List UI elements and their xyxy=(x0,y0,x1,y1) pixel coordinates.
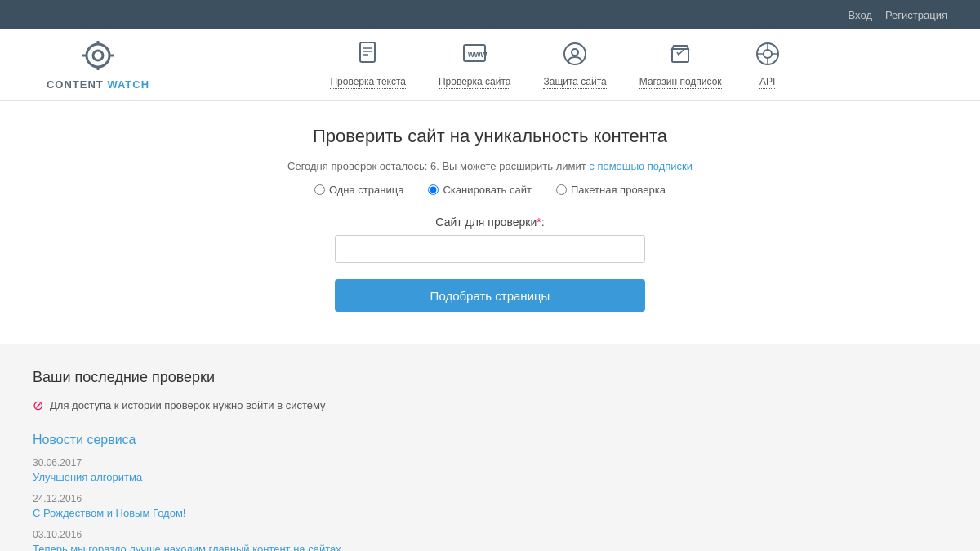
error-icon: ⊘ xyxy=(33,398,43,413)
subtitle-prefix: Сегодня проверок осталось: 6. Вы можете … xyxy=(287,160,589,172)
news-date-1: 30.06.2017 xyxy=(33,457,947,469)
nav-protect-site[interactable]: Защита сайта xyxy=(543,41,606,89)
svg-text:www: www xyxy=(467,50,488,59)
svg-rect-6 xyxy=(360,42,375,62)
news-item-2: 24.12.2016 С Рождеством и Новым Годом! xyxy=(33,493,947,519)
svg-point-13 xyxy=(572,49,578,56)
news-date-3: 03.10.2016 xyxy=(33,529,947,540)
submit-button[interactable]: Подобрать страницы xyxy=(335,279,645,312)
check-site-icon: www xyxy=(461,41,488,73)
nav-check-text-label: Проверка текста xyxy=(330,76,406,89)
main-nav: Проверка текста www Проверка сайта Защит xyxy=(163,41,947,89)
register-link[interactable]: Регистрация xyxy=(885,9,947,21)
required-marker: * xyxy=(537,216,541,229)
subtitle: Сегодня проверок осталось: 6. Вы можете … xyxy=(33,160,947,172)
nav-check-site-label: Проверка сайта xyxy=(439,76,511,89)
nav-api[interactable]: API xyxy=(755,41,781,89)
nav-check-text[interactable]: Проверка текста xyxy=(330,41,406,89)
subscription-link[interactable]: с помощью подписки xyxy=(589,160,693,172)
nav-protect-site-label: Защита сайта xyxy=(543,76,606,89)
site-url-input[interactable] xyxy=(335,235,645,263)
news-link-1[interactable]: Улучшения алгоритма xyxy=(33,471,142,483)
top-bar: Вход Регистрация xyxy=(0,0,980,29)
logo[interactable]: CONTENT WATCH xyxy=(33,39,163,91)
site-form: Сайт для проверки*: xyxy=(33,216,947,263)
logo-content: CONTENT xyxy=(47,78,107,91)
field-label-text: Сайт для проверки xyxy=(435,216,537,229)
radio-scan-site[interactable]: Сканировать сайт xyxy=(428,184,531,196)
svg-point-12 xyxy=(564,43,586,64)
history-notice: ⊘ Для доступа к истории проверок нужно в… xyxy=(33,398,947,413)
logo-icon xyxy=(78,39,118,77)
nav-subscriptions[interactable]: Магазин подписок xyxy=(639,41,722,89)
svg-point-0 xyxy=(87,44,109,67)
radio-one-page-label: Одна страница xyxy=(329,184,403,196)
radio-batch-label: Пакетная проверка xyxy=(571,184,666,196)
protect-site-icon xyxy=(562,41,588,73)
subscriptions-icon xyxy=(667,41,693,73)
nav-subscriptions-label: Магазин подписок xyxy=(639,76,722,89)
login-link[interactable]: Вход xyxy=(849,9,872,21)
logo-text: CONTENT WATCH xyxy=(47,78,149,91)
page-title: Проверить сайт на уникальность контента xyxy=(33,126,947,147)
main-section: Проверить сайт на уникальность контента … xyxy=(0,101,980,344)
field-label: Сайт для проверки*: xyxy=(435,216,544,229)
news-link-2[interactable]: С Рождеством и Новым Годом! xyxy=(33,507,185,519)
lower-section: Ваши последние проверки ⊘ Для доступа к … xyxy=(0,344,980,551)
svg-point-16 xyxy=(764,50,772,58)
radio-batch-input[interactable] xyxy=(556,184,567,195)
nav-api-label: API xyxy=(760,76,775,89)
news-item-1: 30.06.2017 Улучшения алгоритма xyxy=(33,457,947,483)
news-title: Новости сервиса xyxy=(33,433,947,447)
radio-scan-site-input[interactable] xyxy=(428,184,439,195)
header: CONTENT WATCH Проверка текста www xyxy=(0,29,980,101)
history-notice-text: Для доступа к истории проверок нужно вой… xyxy=(50,399,326,411)
recent-checks-title: Ваши последние проверки xyxy=(33,369,947,386)
check-text-icon xyxy=(355,41,381,73)
radio-group: Одна страница Сканировать сайт Пакетная … xyxy=(33,184,947,196)
radio-batch[interactable]: Пакетная проверка xyxy=(556,184,666,196)
news-item-3: 03.10.2016 Теперь мы гораздо лучше наход… xyxy=(33,529,947,551)
svg-rect-14 xyxy=(672,49,688,62)
logo-watch: WATCH xyxy=(107,78,149,91)
radio-scan-site-label: Сканировать сайт xyxy=(443,184,531,196)
radio-one-page[interactable]: Одна страница xyxy=(314,184,403,196)
news-date-2: 24.12.2016 xyxy=(33,493,947,504)
nav-check-site[interactable]: www Проверка сайта xyxy=(439,41,511,89)
svg-point-1 xyxy=(93,51,103,60)
news-link-3[interactable]: Теперь мы гораздо лучше находим главный … xyxy=(33,543,341,551)
radio-one-page-input[interactable] xyxy=(314,184,325,195)
api-icon xyxy=(755,41,781,73)
